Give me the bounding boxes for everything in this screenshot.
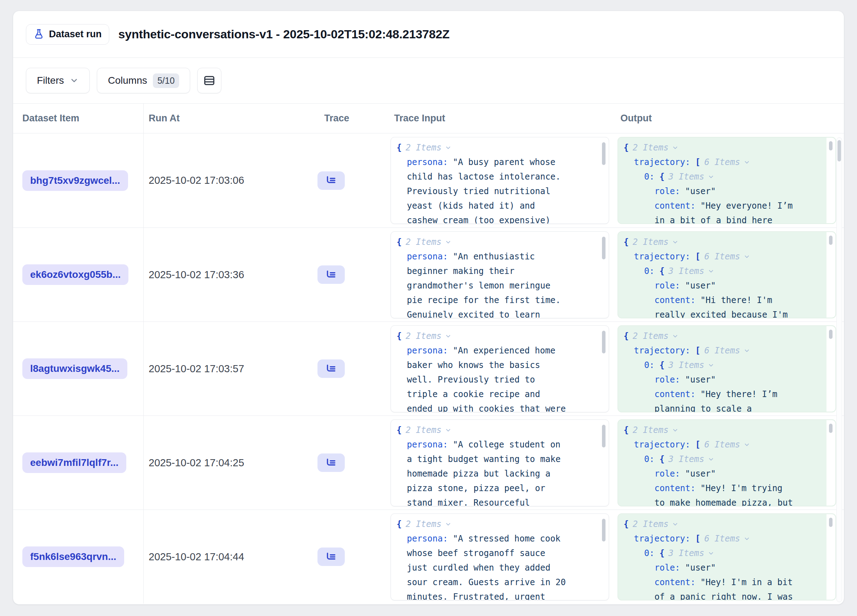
trace-input-json-viewer[interactable]: {2 Items persona:"An experienced home ba… <box>391 325 609 412</box>
json-content: {2 Items persona:"An enthusiastic beginn… <box>391 232 609 318</box>
items-count-toggle[interactable]: 2 Items <box>633 331 678 341</box>
json-string-value: grandmother's lemon meringue <box>407 281 551 291</box>
json-string-value: child has lactose intolerance. <box>407 172 560 182</box>
dataset-item-badge[interactable]: f5nk6lse963qrvn... <box>22 546 124 567</box>
json-string-value: beginner making their <box>407 266 514 276</box>
json-scrollbar[interactable] <box>599 326 608 412</box>
trace-cell <box>316 133 391 228</box>
trace-input-json-viewer[interactable]: {2 Items persona:"A busy parent whose ch… <box>391 137 609 224</box>
json-scrollbar-thumb[interactable] <box>602 237 605 259</box>
output-json-viewer[interactable]: {2 Items trajectory:[6 Items 0:{3 Items … <box>617 137 836 224</box>
column-header-run-at[interactable]: Run At <box>144 113 316 124</box>
dataset-item-badge[interactable]: ek6oz6vtoxg055b... <box>22 265 128 285</box>
json-scrollbar-thumb[interactable] <box>829 330 832 339</box>
items-count-toggle[interactable]: 2 Items <box>405 331 451 341</box>
json-scrollbar[interactable] <box>599 232 608 317</box>
items-count-toggle[interactable]: 3 Items <box>668 172 714 182</box>
items-count-toggle[interactable]: 6 Items <box>704 252 750 262</box>
columns-count-badge: 5/10 <box>153 73 179 88</box>
items-count-toggle[interactable]: 2 Items <box>405 425 451 435</box>
items-count-toggle[interactable]: 3 Items <box>668 360 714 370</box>
items-count-toggle[interactable]: 3 Items <box>668 548 714 558</box>
items-count-toggle[interactable]: 3 Items <box>668 454 714 464</box>
dataset-run-badge[interactable]: Dataset run <box>26 24 109 45</box>
json-key: 0: <box>644 172 654 182</box>
output-json-viewer[interactable]: {2 Items trajectory:[6 Items 0:{3 Items … <box>617 325 836 412</box>
column-header-dataset-item[interactable]: Dataset Item <box>13 104 144 133</box>
dataset-item-badge[interactable]: bhg7t5xv9zgwcel... <box>22 170 128 191</box>
open-brace: { <box>659 548 664 558</box>
dataset-item-badge[interactable]: eebwi7mfil7lqlf7r... <box>22 452 126 473</box>
json-string-value: minutes. Frustrated, urgent <box>407 592 545 601</box>
column-header-output[interactable]: Output <box>617 113 844 124</box>
open-brace: { <box>623 331 628 341</box>
trace-button[interactable] <box>317 359 345 378</box>
dataset-run-badge-label: Dataset run <box>49 29 102 40</box>
chevron-down-icon <box>672 521 679 528</box>
items-count-toggle[interactable]: 2 Items <box>633 519 678 529</box>
items-count-toggle[interactable]: 2 Items <box>633 237 678 247</box>
json-string-value: to make homemade pizza, but <box>654 498 793 506</box>
json-string-value: "Hey! I'm in a bit <box>701 577 793 587</box>
json-key: trajectory: <box>634 346 690 356</box>
dataset-item-badge[interactable]: l8agtuwxisgwk45... <box>22 358 127 379</box>
items-count-toggle[interactable]: 2 Items <box>633 425 678 435</box>
trace-button[interactable] <box>317 265 345 284</box>
output-json-viewer[interactable]: {2 Items trajectory:[6 Items 0:{3 Items … <box>617 231 836 318</box>
json-scrollbar-thumb[interactable] <box>829 141 832 150</box>
items-count-toggle[interactable]: 3 Items <box>668 266 714 276</box>
column-header-trace-input[interactable]: Trace Input <box>391 113 617 124</box>
json-scrollbar-thumb[interactable] <box>602 142 605 165</box>
items-count-toggle[interactable]: 2 Items <box>405 519 451 529</box>
json-scrollbar[interactable] <box>599 138 608 223</box>
json-scrollbar-thumb[interactable] <box>602 519 605 542</box>
items-count-toggle[interactable]: 6 Items <box>704 534 750 543</box>
json-scrollbar[interactable] <box>826 514 835 600</box>
open-brace: { <box>623 237 628 247</box>
items-count-toggle[interactable]: 6 Items <box>704 346 750 356</box>
column-header-trace[interactable]: Trace <box>316 113 391 124</box>
card-header: Dataset run synthetic-conversations-v1 -… <box>13 11 844 58</box>
json-scrollbar-thumb[interactable] <box>602 425 605 447</box>
table-scrollbar[interactable] <box>837 137 842 602</box>
filters-button[interactable]: Filters <box>26 68 90 93</box>
json-scrollbar[interactable] <box>826 326 835 412</box>
items-count-toggle[interactable]: 2 Items <box>633 142 678 153</box>
trace-input-json-viewer[interactable]: {2 Items persona:"A stressed home cook w… <box>391 514 609 601</box>
json-scrollbar[interactable] <box>826 232 835 317</box>
trace-button[interactable] <box>317 548 345 566</box>
json-scrollbar-thumb[interactable] <box>829 424 832 433</box>
json-string-value: "Hey! I'm trying <box>701 483 783 493</box>
items-count-toggle[interactable]: 6 Items <box>704 157 750 167</box>
json-scrollbar-thumb[interactable] <box>829 518 832 527</box>
open-bracket: [ <box>695 534 700 543</box>
trace-input-json-viewer[interactable]: {2 Items persona:"An enthusiastic beginn… <box>391 231 609 318</box>
open-brace: { <box>397 237 402 247</box>
open-brace: { <box>659 172 664 182</box>
table-row: bhg7t5xv9zgwcel... 2025-10-02 17:03:06 {… <box>13 133 844 228</box>
json-string-value: "An enthusiastic <box>453 252 535 262</box>
trace-input-cell: {2 Items persona:"A stressed home cook w… <box>391 510 617 604</box>
json-scrollbar[interactable] <box>826 138 835 223</box>
json-scrollbar[interactable] <box>599 420 608 506</box>
json-scrollbar[interactable] <box>599 514 608 600</box>
row-height-button[interactable] <box>197 68 221 93</box>
chevron-down-icon <box>744 536 750 542</box>
columns-button[interactable]: Columns 5/10 <box>97 68 190 93</box>
json-string-value: ended up with cookies that were <box>407 404 566 412</box>
trace-button[interactable] <box>317 453 345 472</box>
dataset-run-table: Dataset Item Run At Trace Trace Input Ou… <box>13 103 844 604</box>
output-json-viewer[interactable]: {2 Items trajectory:[6 Items 0:{3 Items … <box>617 514 836 601</box>
trace-button[interactable] <box>317 172 345 190</box>
json-string-value: homemade pizza but lacking a <box>407 469 551 479</box>
json-key: content: <box>654 483 696 493</box>
json-scrollbar-thumb[interactable] <box>829 235 832 245</box>
items-count-toggle[interactable]: 6 Items <box>704 440 750 450</box>
json-scrollbar-thumb[interactable] <box>602 331 605 353</box>
output-json-viewer[interactable]: {2 Items trajectory:[6 Items 0:{3 Items … <box>617 419 836 506</box>
items-count-toggle[interactable]: 2 Items <box>405 142 451 153</box>
table-scrollbar-thumb[interactable] <box>837 140 841 161</box>
trace-input-json-viewer[interactable]: {2 Items persona:"A college student on a… <box>391 419 609 506</box>
json-scrollbar[interactable] <box>826 420 835 506</box>
items-count-toggle[interactable]: 2 Items <box>405 237 451 247</box>
